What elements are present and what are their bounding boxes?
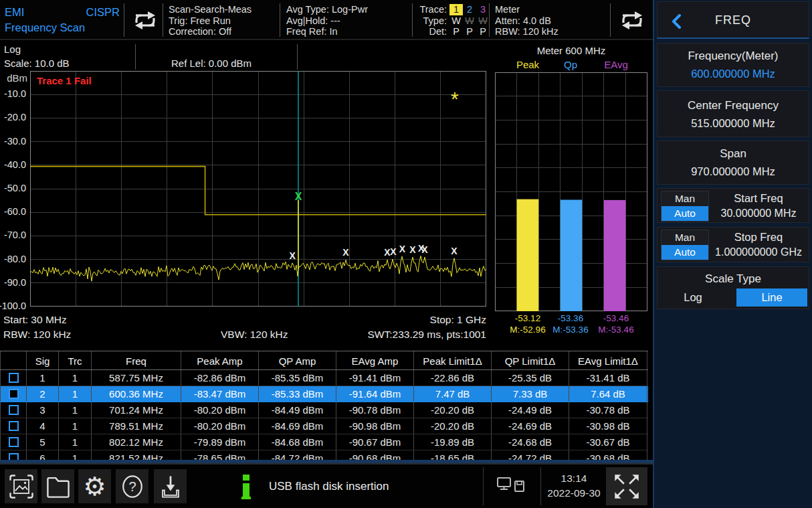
help-button[interactable]: ?: [116, 469, 148, 503]
menu-item-start-freq[interactable]: Man Auto Start Freq 30.000000 MHz: [657, 188, 809, 223]
divider: [163, 3, 163, 37]
trace-2-button[interactable]: 2: [463, 4, 476, 15]
main-spectrum-chart[interactable]: XXXXXXXXXX*: [30, 71, 486, 307]
table-cell: [0, 418, 27, 434]
table-cell: -24.68 dB: [492, 434, 569, 450]
table-row[interactable]: 51802.12 MHz-79.89 dBm-84.68 dBm-90.67 d…: [0, 434, 648, 450]
measurement-title: Frequency Scan: [5, 20, 120, 35]
trace-3-det: P: [476, 26, 490, 37]
table-header-cell: QP Limit1Δ: [492, 351, 569, 369]
menu-item-span[interactable]: Span 970.000000 MHz: [657, 141, 809, 185]
y-axis-tick: -30.0: [4, 136, 26, 147]
svg-text:X: X: [295, 191, 302, 202]
svg-text:X: X: [289, 250, 296, 261]
table-cell: 1: [59, 418, 92, 434]
row-checkbox[interactable]: [9, 373, 19, 383]
clock-date: 2022-09-30: [543, 486, 605, 501]
row-checkbox[interactable]: [9, 421, 19, 431]
table-row[interactable]: 31701.24 MHz-80.20 dBm-84.49 dBm-90.78 d…: [0, 402, 648, 418]
table-row[interactable]: 41789.51 MHz-80.20 dBm-84.69 dBm-90.98 d…: [0, 418, 648, 434]
chart-header-strip: Log Scale: 10.0 dB Ref Lel: 0.00 dBm Met…: [0, 40, 653, 71]
meter-atten: Atten: 4.0 dB: [495, 15, 559, 27]
scale-line-button[interactable]: Line: [736, 288, 807, 307]
svg-text:X: X: [451, 246, 458, 256]
table-cell: -78.65 dBm: [181, 450, 259, 460]
menu-item-center-frequency[interactable]: Center Frequency 515.000000 MHz: [657, 90, 809, 137]
table-cell: -24.49 dB: [492, 402, 569, 418]
correction-info: Correction: Off: [169, 26, 251, 37]
table-cell: -79.89 dBm: [181, 434, 259, 450]
table-cell: 3: [27, 402, 59, 418]
save-button[interactable]: [154, 469, 187, 503]
meter-eavg-readout: -53.46M:-53.46: [598, 313, 633, 335]
span-value: 970.000000 MHz: [657, 165, 809, 178]
table-cell: 5: [27, 434, 59, 450]
stop-freq-value: 1.000000000 GHz: [711, 246, 806, 258]
row-checkbox[interactable]: [9, 405, 19, 415]
row-checkbox[interactable]: [9, 453, 19, 460]
table-header-cell: Sig: [27, 351, 59, 369]
table-row[interactable]: 21600.36 MHz-83.47 dBm-85.33 dBm-91.64 d…: [0, 386, 648, 402]
back-chevron-icon[interactable]: [671, 13, 682, 29]
menu-item-frequency-meter[interactable]: Frequency(Meter) 600.000000 MHz: [657, 43, 809, 87]
stop-freq-auto-button[interactable]: Auto: [662, 245, 708, 260]
table-cell: -84.72 dBm: [259, 450, 336, 460]
scale-log-button[interactable]: Log: [676, 291, 710, 304]
signal-table: SigTrcFreqPeak AmpQP AmpEAvg AmpPeak Lim…: [0, 351, 648, 460]
meter-continuous-icon[interactable]: [615, 5, 649, 35]
svg-text:X: X: [390, 246, 397, 257]
info-icon: [241, 475, 251, 499]
table-cell: -82.86 dBm: [181, 370, 259, 386]
table-cell: -91.64 dBm: [336, 386, 414, 402]
table-row[interactable]: 61821.52 MHz-78.65 dBm-84.72 dBm-90.68 d…: [0, 450, 648, 460]
scan-info: Scan-Search-Meas Trig: Free Run Correcti…: [169, 4, 251, 37]
table-header-cell: Trc: [59, 351, 92, 369]
settings-button[interactable]: ⚙: [78, 469, 111, 503]
table-cell: 7.64 dB: [569, 386, 647, 402]
row-checkbox[interactable]: [9, 437, 19, 447]
start-freq-man-button[interactable]: Man: [662, 191, 708, 206]
stop-freq-man-button[interactable]: Man: [662, 230, 708, 245]
emi-receiver-screen: EMI CISPR Frequency Scan Scan-Search-Me: [0, 0, 812, 508]
divider: [412, 3, 413, 37]
divider: [124, 3, 124, 37]
table-cell: -85.35 dBm: [259, 370, 336, 386]
svg-text:X: X: [342, 247, 349, 258]
table-cell: -84.68 dBm: [259, 434, 336, 450]
main-area: EMI CISPR Frequency Scan Scan-Search-Me: [0, 0, 653, 508]
meter-bar-chart[interactable]: [495, 72, 647, 311]
menu-item-scale-type[interactable]: Scale Type Log Line: [657, 266, 809, 309]
divider: [135, 44, 136, 70]
start-freq-man-auto: Man Auto: [661, 191, 709, 222]
gear-icon: ⚙: [83, 472, 106, 501]
table-cell: -22.86 dB: [414, 370, 492, 386]
rbw-annotation: RBW: 120 kHz: [3, 329, 71, 341]
table-header-cell: Peak Limit1Δ: [414, 351, 492, 369]
table-cell: -19.89 dB: [414, 434, 492, 450]
table-cell: -90.68 dBm: [336, 450, 414, 460]
fullscreen-button[interactable]: [606, 467, 647, 505]
table-cell: -84.49 dBm: [259, 402, 336, 418]
table-cell: -24.69 dB: [492, 418, 569, 434]
table-header-row: SigTrcFreqPeak AmpQP AmpEAvg AmpPeak Lim…: [0, 351, 648, 370]
continuous-sweep-icon[interactable]: [128, 5, 163, 35]
y-axis-tick: -70.0: [4, 230, 26, 240]
table-row[interactable]: 11587.75 MHz-82.86 dBm-85.35 dBm-91.41 d…: [0, 370, 648, 386]
menu-item-stop-freq[interactable]: Man Auto Stop Freq 1.000000000 GHz: [657, 227, 809, 262]
center-frequency-value: 515.000000 MHz: [657, 117, 809, 130]
start-freq-auto-button[interactable]: Auto: [662, 206, 708, 221]
divider: [540, 467, 541, 505]
vbw-annotation: VBW: 120 kHz: [221, 329, 288, 341]
meter-qp-readout: -53.36M:-53.36: [552, 313, 588, 335]
trace-fail-flag: Trace 1 Fail: [37, 75, 92, 86]
table-cell: -84.69 dBm: [259, 418, 336, 434]
ref-level: Ref Lel: 0.00 dBm: [171, 58, 251, 69]
trace-1-button[interactable]: 1: [449, 4, 463, 15]
meter-chart-title: Meter 600 MHz: [495, 45, 647, 56]
table-cell: 600.36 MHz: [92, 386, 181, 402]
stop-freq-man-auto: Man Auto: [661, 230, 709, 260]
screenshot-button[interactable]: [5, 469, 37, 503]
row-checkbox[interactable]: [9, 389, 19, 399]
trace-3-button[interactable]: 3: [476, 4, 490, 15]
file-button[interactable]: [41, 469, 74, 503]
